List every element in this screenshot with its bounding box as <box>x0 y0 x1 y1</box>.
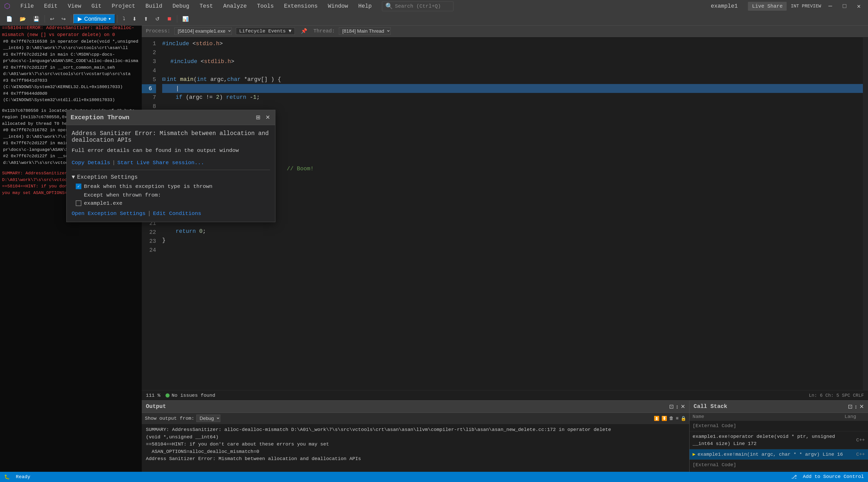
call-stack-col-headers: Name Lang <box>689 413 868 421</box>
output-expand-btn[interactable]: ↕ <box>676 403 679 410</box>
menu-git[interactable]: Git <box>89 2 103 10</box>
editor-status-bar: 111 % No issues found Ln: 6 Ch: 5 SPC CR… <box>142 390 868 400</box>
settings-actions: Open Exception Settings | Edit Condition… <box>72 210 270 217</box>
settings-header-label: Exception Settings <box>77 174 138 180</box>
terminal-panel: C:\MSDN\cpp-docs-pr\docs\c-language\ASAN… <box>0 0 142 482</box>
open-btn[interactable]: 📂 <box>17 14 29 24</box>
cs-row-operator-delete[interactable]: example1.exe!operator delete(void * ptr,… <box>689 431 868 449</box>
output-source-dropdown[interactable]: Debug <box>196 415 220 422</box>
search-icon: 🔍 <box>385 3 393 10</box>
menu-help[interactable]: Help <box>356 2 374 10</box>
cs-row-external-1[interactable]: [External Code] <box>689 421 868 431</box>
menu-debug[interactable]: Debug <box>170 2 191 10</box>
menu-tools[interactable]: Tools <box>255 2 276 10</box>
pin-btn[interactable]: 📌 <box>301 28 307 34</box>
menu-bar: File Edit View Git Project Build Debug T… <box>18 2 374 10</box>
status-bar-right: ⎇ Add to Source Control <box>791 474 864 480</box>
edit-conditions-link[interactable]: Edit Conditions <box>153 210 201 217</box>
git-icon[interactable]: ⎇ <box>791 474 797 480</box>
live-share-btn[interactable]: Live Share <box>748 2 787 11</box>
maximize-button[interactable]: □ <box>839 1 850 11</box>
cs-row-external-2[interactable]: [External Code] <box>689 460 868 471</box>
exception-settings: ▼ Exception Settings ✓ Break when this e… <box>72 170 270 217</box>
output-word-wrap-btn[interactable]: ≡ <box>676 416 679 421</box>
exception-links: Copy Details | Start Live Share session.… <box>72 160 270 166</box>
menu-test[interactable]: Test <box>197 2 215 10</box>
continue-label: Continue <box>84 16 106 22</box>
code-line-5: ⊟ int main(int argc,char *argv[] ) { <box>162 75 868 84</box>
cs-close-btn[interactable]: ✕ <box>859 403 864 410</box>
terminal-error-1: ==58104==ERROR: AddressSanitizer: alloc-… <box>2 25 140 38</box>
step-over-btn[interactable]: ⤵ <box>120 14 128 24</box>
menu-extensions[interactable]: Extensions <box>282 2 320 10</box>
thread-dropdown[interactable]: [8184] Main Thread <box>339 27 391 35</box>
menu-project[interactable]: Project <box>110 2 137 10</box>
except-when-label: Except when thrown from: <box>84 192 161 198</box>
continue-button[interactable]: ▶ Continue ▾ <box>73 14 115 24</box>
terminal-stack-4: #4 0x7ff9644dd0d0 (C:\WINDOWS\System32\n… <box>3 90 140 104</box>
call-stack-header: Call Stack ⊡ ↕ ✕ <box>689 401 868 413</box>
diagnostics-btn[interactable]: 📊 <box>179 14 192 24</box>
menu-window[interactable]: Window <box>326 2 350 10</box>
process-dropdown[interactable]: [58104] example1.exe <box>175 27 232 35</box>
title-bar-left: ⬡ File Edit View Git Project Build Debug… <box>4 1 711 11</box>
redo-btn[interactable]: ↪ <box>58 14 69 24</box>
stop-btn[interactable]: ⏹ <box>164 14 175 24</box>
pin-dialog-btn[interactable]: ⊞ <box>255 113 261 122</box>
zoom-level[interactable]: 111 % <box>146 393 160 398</box>
terminal-stack-2: #2 0x7ff67c2d122f in __scrt_common_main_… <box>3 64 140 77</box>
example-exe-checkbox[interactable] <box>76 200 81 206</box>
exception-dialog-header: Exception Thrown ⊞ ✕ <box>67 110 275 125</box>
line-num-3: 3 <box>142 57 156 66</box>
settings-link-sep: | <box>148 210 151 217</box>
undo-btn[interactable]: ↩ <box>47 14 57 24</box>
output-panel-title: Output <box>146 403 166 410</box>
menu-build[interactable]: Build <box>143 2 164 10</box>
terminal-spacer-1 <box>2 104 140 108</box>
editor-scrollbar[interactable] <box>863 37 868 390</box>
step-into-btn[interactable]: ⬇ <box>129 14 140 24</box>
save-btn[interactable]: 💾 <box>30 14 42 24</box>
cs-row-main[interactable]: ▶ example1.exe!main(int argc, char * * a… <box>689 449 868 460</box>
output-content[interactable]: SUMMARY: AddressSanitizer: alloc-dealloc… <box>142 424 689 472</box>
line-num-6: 6 <box>142 84 156 93</box>
output-close-btn[interactable]: ✕ <box>681 403 685 410</box>
copy-details-link[interactable]: Copy Details <box>72 160 110 166</box>
cs-operator-delete: example1.exe!operator delete(void * ptr,… <box>692 433 844 448</box>
cs-lang-2: C++ <box>844 436 865 444</box>
code-line-22: return 0; <box>162 227 868 236</box>
close-button[interactable]: ✕ <box>854 1 864 11</box>
cs-move-btn[interactable]: ⊡ <box>848 403 852 410</box>
lifecycle-events-btn[interactable]: Lifecycle Events ▼ <box>236 28 295 35</box>
output-scroll-bottom-btn[interactable]: ⏬ <box>661 416 667 421</box>
output-clear-btn[interactable]: 🗑 <box>669 416 674 421</box>
minimize-button[interactable]: ─ <box>825 1 835 11</box>
code-line-6 <box>162 84 868 93</box>
open-exception-settings-link[interactable]: Open Exception Settings <box>72 210 146 217</box>
new-project-btn[interactable]: 📄 <box>3 14 16 24</box>
add-to-source-control[interactable]: Add to Source Control <box>803 474 864 480</box>
restart-btn[interactable]: ↺ <box>152 14 163 24</box>
output-scroll-top-btn[interactable]: ⏫ <box>654 416 659 421</box>
cs-expand-btn[interactable]: ↕ <box>855 403 857 410</box>
menu-file[interactable]: File <box>18 2 36 10</box>
break-when-checkbox[interactable]: ✓ <box>76 183 81 189</box>
break-when-label: Break when this exception type is thrown <box>84 183 212 190</box>
ready-label[interactable]: Ready <box>16 474 30 480</box>
menu-analyze[interactable]: Analyze <box>221 2 249 10</box>
collapse-icon: ▼ <box>72 174 75 180</box>
output-move-btn[interactable]: ⊡ <box>669 403 674 410</box>
exception-title: Exception Thrown <box>71 114 129 121</box>
code-line-3: #include <stdlib.h> <box>162 57 868 66</box>
output-lock-btn[interactable]: 🔒 <box>681 416 686 421</box>
menu-view[interactable]: View <box>66 2 83 10</box>
search-bar[interactable]: 🔍 Search (Ctrl+Q) <box>382 1 454 11</box>
no-issues-label: No issues found <box>172 393 215 398</box>
close-dialog-btn[interactable]: ✕ <box>265 113 271 122</box>
step-out-btn[interactable]: ⬆ <box>141 14 151 24</box>
settings-header[interactable]: ▼ Exception Settings <box>72 174 270 180</box>
live-share-link[interactable]: Start Live Share session... <box>117 160 204 166</box>
exception-dialog: Exception Thrown ⊞ ✕ Address Sanitizer E… <box>66 110 275 222</box>
menu-edit[interactable]: Edit <box>42 2 60 10</box>
cs-external-code-1: [External Code] <box>692 422 844 430</box>
